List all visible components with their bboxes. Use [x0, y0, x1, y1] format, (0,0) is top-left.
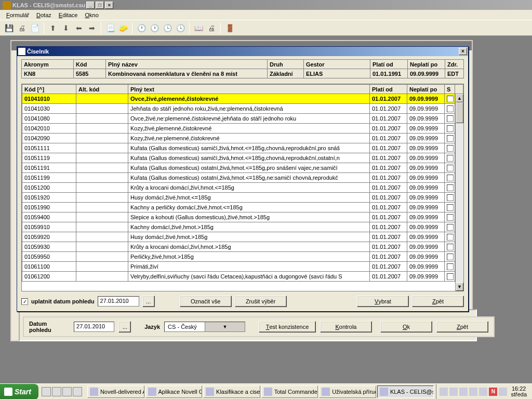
row-checkbox[interactable] — [447, 165, 454, 171]
tool-exit-icon[interactable]: 🚪 — [224, 22, 235, 34]
cell-n[interactable]: 09.09.9999 — [407, 143, 445, 153]
cell-k[interactable]: 01051191 — [22, 163, 76, 173]
tool-book-icon[interactable]: 📖 — [193, 22, 204, 34]
table-row[interactable]: 01059910Kachny domácí,živé,hmot.>185g01.… — [22, 222, 463, 232]
cell-p[interactable]: 01.01.2007 — [370, 173, 407, 183]
cell-t[interactable]: Kachny a perličky domácí,živé,hmot.<=185… — [128, 203, 370, 212]
cell-p[interactable]: 01.01.2007 — [370, 163, 407, 173]
table-row[interactable]: 01061100Primáti,živí01.01.200709.09.9999 — [22, 262, 463, 272]
scroll-down-icon[interactable]: ▼ — [456, 283, 463, 291]
row-checkbox[interactable] — [447, 175, 454, 181]
cell-k[interactable]: 01059930 — [22, 242, 76, 252]
grid-col-header[interactable]: Alt. kód — [76, 85, 128, 94]
row-checkbox[interactable] — [447, 234, 454, 241]
cell-a[interactable] — [76, 134, 128, 143]
row-checkbox[interactable] — [447, 125, 454, 132]
table-row[interactable]: 01041010Ovce,živé,plemenné,čistokrevné01… — [22, 94, 463, 104]
cell-n[interactable]: 09.09.9999 — [407, 203, 445, 212]
cell-k[interactable]: 01051111 — [22, 143, 76, 153]
kontrola-button[interactable]: Kontrola — [320, 321, 372, 332]
row-checkbox[interactable] — [447, 273, 454, 280]
row-checkbox[interactable] — [447, 105, 454, 112]
cell-a[interactable] — [76, 94, 128, 104]
grid-col-header[interactable]: Neplatí po — [407, 85, 445, 94]
cell-p[interactable]: 01.01.2007 — [370, 183, 407, 193]
cell-a[interactable] — [76, 173, 128, 183]
cell-k[interactable]: 01051200 — [22, 183, 76, 193]
table-row[interactable]: 01059400Slepice a kohouti (Gallus domest… — [22, 212, 463, 222]
tray-icon[interactable] — [449, 388, 458, 396]
cell-p[interactable]: 01.01.2007 — [370, 104, 407, 114]
row-checkbox[interactable] — [447, 204, 454, 211]
menu-editace[interactable]: Editace — [56, 11, 81, 19]
apply-date-checkbox[interactable]: ✓ — [21, 298, 28, 305]
tool-printer2-icon[interactable]: 🖨 — [206, 22, 217, 34]
cell-a[interactable] — [76, 212, 128, 222]
cell-n[interactable]: 09.09.9999 — [407, 124, 445, 134]
row-checkbox[interactable] — [447, 155, 454, 162]
cell-a[interactable] — [76, 193, 128, 203]
cell-a[interactable] — [76, 232, 128, 242]
ok-button[interactable]: Ok — [380, 321, 432, 332]
row-checkbox[interactable] — [447, 135, 454, 142]
cell-k[interactable]: 01042090 — [22, 134, 76, 143]
grid-col-header[interactable]: Plný text — [128, 85, 370, 94]
table-row[interactable]: 01051199Kuřata (Gallus domesticus) ostat… — [22, 173, 463, 183]
row-checkbox[interactable] — [447, 224, 454, 231]
start-button[interactable]: Start — [0, 384, 38, 400]
table-row[interactable]: 01051200Krůty a krocani domácí,živí,hmot… — [22, 183, 463, 193]
taskbar-item[interactable]: Klasifikace a ciselnik... — [203, 385, 260, 398]
cell-n[interactable]: 09.09.9999 — [407, 183, 445, 193]
cell-a[interactable] — [76, 153, 128, 163]
cell-n[interactable]: 09.09.9999 — [407, 94, 445, 104]
tool-new-icon[interactable]: 📃 — [104, 22, 116, 34]
tool-erase-icon[interactable]: 🧽 — [117, 22, 129, 34]
cell-t[interactable]: Kozy,živé,ne:plemenné,čistokrevné — [128, 134, 370, 143]
cell-k[interactable]: 01059400 — [22, 212, 76, 222]
cell-k[interactable]: 01041010 — [22, 94, 76, 104]
table-row[interactable]: 01051111Kuřata (Gallus domesticus) samič… — [22, 143, 463, 153]
table-row[interactable]: 01041080Ovce,živé,ne:plemenné,čistokrevn… — [22, 114, 463, 124]
cell-a[interactable] — [76, 183, 128, 193]
scroll-thumb[interactable] — [456, 102, 463, 123]
row-checkbox[interactable] — [447, 115, 454, 122]
tool-nav-right-icon[interactable]: ➡ — [86, 22, 98, 34]
tool-clock4-icon[interactable]: 🕓 — [175, 22, 186, 34]
cell-n[interactable]: 09.09.9999 — [407, 163, 445, 173]
cell-n[interactable]: 09.09.9999 — [407, 212, 445, 222]
cell-p[interactable]: 01.01.2007 — [370, 232, 407, 242]
cell-a[interactable] — [76, 252, 128, 262]
cell-n[interactable]: 09.09.9999 — [407, 173, 445, 183]
scroll-up-icon[interactable]: ▲ — [456, 94, 463, 102]
cell-n[interactable]: 09.09.9999 — [407, 153, 445, 163]
tray-icon[interactable] — [499, 388, 507, 396]
table-row[interactable]: 01051191Kuřata (Gallus domesticus) ostat… — [22, 163, 463, 173]
row-checkbox[interactable] — [447, 194, 454, 201]
date-picker-button-2[interactable]: ... — [118, 321, 131, 332]
cell-k[interactable]: 01059910 — [22, 222, 76, 232]
cell-n[interactable]: 09.09.9999 — [407, 272, 445, 282]
table-row[interactable]: 01059950Perličky,živé,hmot.>185g01.01.20… — [22, 252, 463, 262]
row-checkbox[interactable] — [447, 254, 454, 260]
cell-t[interactable]: Husy domácí,živé,hmot.<=185g — [128, 193, 370, 203]
tray-icon[interactable] — [459, 388, 468, 396]
tool-nav-left-icon[interactable]: ⬅ — [73, 22, 85, 34]
taskbar-item[interactable]: KLAS - CELIS@sm... — [377, 385, 434, 398]
table-row[interactable]: 01041030Jehňata do stáří jednoho roku,ži… — [22, 104, 463, 114]
cell-k[interactable]: 01041030 — [22, 104, 76, 114]
menu-okno[interactable]: Okno — [82, 11, 101, 19]
cell-t[interactable]: Ovce,živé,ne:plemenné,čistokrevné,jehňat… — [128, 114, 370, 124]
row-checkbox[interactable] — [447, 263, 454, 270]
cell-n[interactable]: 09.09.9999 — [407, 252, 445, 262]
tray-icon-n[interactable]: N — [489, 388, 497, 396]
grid-col-header[interactable]: Kód [^] — [22, 85, 76, 94]
cell-t[interactable]: Kuřata (Gallus domesticus) ostatní,živá,… — [128, 163, 370, 173]
cell-n[interactable]: 09.09.9999 — [407, 114, 445, 124]
cell-t[interactable]: Kozy,živé,plemenné,čistokrevné — [128, 124, 370, 134]
cell-t[interactable]: Velryby,delfíni,sviňuchy (savci řádu Cet… — [128, 272, 370, 282]
grid-col-header[interactable]: S — [445, 85, 455, 94]
menu-formular[interactable]: Formulář — [3, 11, 32, 19]
cell-a[interactable] — [76, 104, 128, 114]
cell-t[interactable]: Krůty a krocani domácí,živí,hmot.>185g — [128, 242, 370, 252]
cell-t[interactable]: Ovce,živé,plemenné,čistokrevné — [128, 94, 370, 104]
